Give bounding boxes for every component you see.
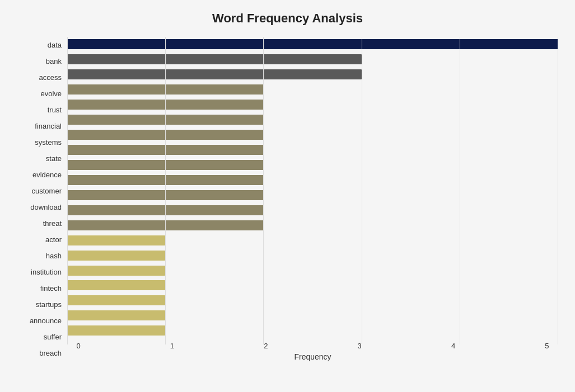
bar-row [67,294,558,306]
y-label: suffer [17,333,62,341]
bars-and-grid: 012345 Frequency [67,37,558,361]
bar [67,160,264,170]
y-label: systems [17,139,62,146]
y-label: trust [17,106,62,114]
y-label: breach [17,350,62,357]
bar-row [67,144,558,156]
x-axis-labels: 012345 [67,342,558,350]
y-label: financial [17,122,62,130]
x-axis-tick-label: 3 [348,342,371,350]
y-label: customer [17,187,62,195]
bar [67,280,165,290]
bar [67,175,264,185]
bar [67,235,165,245]
bar-row [67,114,558,126]
x-axis-tick-label: 4 [442,342,465,350]
bar-row [67,265,558,277]
bar-row [67,129,558,141]
y-label: institution [17,268,62,276]
bar [67,220,264,230]
x-axis-tick-label: 0 [67,342,90,350]
bar-row [67,204,558,216]
bar-row [67,309,558,322]
bar-row [67,68,558,81]
bar-row [67,219,558,232]
y-label: evolve [17,90,62,97]
y-label: hash [17,252,62,259]
y-label: data [17,41,62,49]
bar [67,251,165,261]
bar-row [67,159,558,171]
bar [67,325,165,336]
bar [67,69,362,79]
y-label: actor [17,236,62,243]
bars-wrapper [67,37,558,338]
bar-row [67,279,558,291]
bar-row [67,174,558,186]
bar-row [67,98,558,111]
bar [67,100,264,110]
bar [67,205,264,215]
x-axis-tick-label: 5 [536,342,558,350]
chart-title: Word Frequency Analysis [17,11,558,26]
y-labels: databankaccessevolvetrustfinancialsystem… [17,37,67,361]
bar [67,54,362,64]
y-label: state [17,155,62,162]
y-label: access [17,74,62,81]
bar [67,310,165,320]
y-label: threat [17,220,62,227]
bar [67,190,264,200]
bar-row [67,38,558,50]
y-label: bank [17,58,62,65]
bar [67,266,165,276]
bar [67,84,264,95]
bar-row [67,249,558,262]
bar-row [67,189,558,201]
bar-row [67,83,558,96]
bar-row [67,324,558,337]
y-label: fintech [17,285,62,292]
x-axis-tick-label: 1 [161,342,183,350]
bar [67,115,264,125]
y-label: download [17,204,62,211]
bar [67,130,264,140]
x-axis-tick-label: 2 [255,342,277,350]
y-label: announce [17,317,62,324]
y-label: startups [17,301,62,308]
bar [67,145,264,155]
bar-row [67,53,558,65]
chart-area: databankaccessevolvetrustfinancialsystem… [17,37,558,361]
bar [67,39,558,49]
y-label: evidence [17,171,62,178]
bar [67,295,165,305]
x-axis-title: Frequency [67,352,558,361]
bar-row [67,234,558,247]
chart-container: Word Frequency Analysis databankaccessev… [0,0,575,392]
